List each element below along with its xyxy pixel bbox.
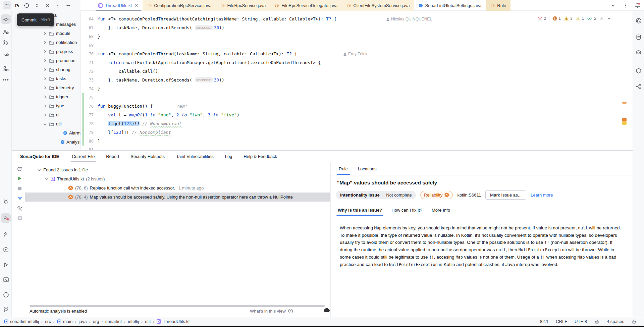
tree-item-progress[interactable]: progress [12, 47, 80, 56]
lock-icon[interactable] [594, 319, 599, 324]
tree-item-ui[interactable]: ui [12, 110, 80, 119]
rule-subtab-more-info[interactable]: More Info [432, 204, 450, 216]
chevron-down-icon[interactable] [43, 122, 47, 126]
breadcrumb-item-org[interactable]: org [93, 319, 99, 324]
editor-tab-filerpcservicedelegate-java[interactable]: FileRpcServiceDelegate.java [270, 0, 342, 11]
code-line[interactable]: 79 l[123]!! // Noncompliant [81, 128, 633, 137]
breadcrumb-item-util[interactable]: util [145, 319, 151, 324]
run-analysis-button[interactable] [16, 175, 23, 182]
breadcrumb-item-src[interactable]: src [45, 319, 51, 324]
code-line[interactable]: 76fun buggyFunction() {new * [81, 102, 633, 111]
editor-tab-filerpcservice-java[interactable]: FileRpcService.java [216, 0, 270, 11]
tree-item-alarm[interactable]: CAlarm [12, 128, 80, 138]
code-line[interactable]: 75 [81, 93, 633, 102]
update-project-icon[interactable] [34, 2, 41, 9]
rule-subtab-how-can-i-fix-it[interactable]: How can I fix it? [391, 204, 422, 216]
commit-tool-button[interactable] [1, 14, 11, 24]
analyze-button[interactable] [16, 165, 23, 172]
tree-item-type[interactable]: type [12, 101, 80, 110]
panel-tab-help-feedback[interactable]: Help & Feedback [244, 151, 277, 162]
code-line[interactable]: 71 return waitForTask(ApplicationManager… [81, 58, 633, 67]
panel-tab-report[interactable]: Report [106, 151, 119, 162]
structure-tool-button[interactable] [1, 64, 11, 73]
sonarqube-tool-button[interactable] [1, 213, 11, 223]
caret-position[interactable]: 82:1 [540, 319, 548, 324]
code-line[interactable]: 74} [81, 85, 633, 93]
chevron-right-icon[interactable] [43, 59, 47, 63]
stripe-mark[interactable] [622, 102, 627, 104]
terminal-tool-button[interactable] [1, 275, 11, 284]
code-editor[interactable]: 64fun <T> computeOnPooledThreadWithoutCa… [80, 11, 633, 150]
code-line[interactable]: 81 [81, 146, 633, 150]
tree-item-notification[interactable]: notification [12, 38, 80, 47]
tree-item-telemetry[interactable]: telemetry [12, 83, 80, 92]
chevron-right-icon[interactable] [43, 77, 47, 81]
whats-in-view[interactable]: What's in this view ? [250, 309, 293, 314]
connection-button[interactable] [16, 195, 23, 202]
editor-tab-clientfilesystemservice-java[interactable]: ClientFileSystemService.java [342, 0, 414, 11]
problems-tool-button[interactable] [1, 290, 11, 299]
file-encoding[interactable]: UTF-8 [575, 319, 587, 324]
mark-issue-as-button[interactable]: Mark Issue as... [485, 190, 526, 200]
stripe-mark[interactable] [622, 121, 627, 125]
more-tool-windows-button[interactable]: ••• [1, 75, 11, 84]
more-icon[interactable] [622, 2, 629, 9]
breadcrumb-item-sonarlint-intellij[interactable]: sonarlint-intellij [4, 319, 39, 324]
assistant-tool-button[interactable] [634, 47, 643, 57]
tree-item-sharing[interactable]: sharing [12, 65, 80, 74]
editor-tab-configurationrpcservice-java[interactable]: ConfigurationRpcService.java [143, 0, 216, 11]
sonarqube-cloud-icon[interactable] [323, 307, 330, 313]
chevron-right-icon[interactable] [43, 113, 47, 117]
pull-requests-tool-button[interactable] [1, 38, 11, 47]
code-line[interactable]: 67 }, taskName, Duration.ofSeconds( seco… [81, 23, 633, 32]
locate-icon[interactable] [23, 2, 30, 9]
tree-item-trigger[interactable]: trigger [12, 92, 80, 101]
breadcrumb-item-intellij[interactable]: intellij [128, 319, 139, 324]
project-tool-window-button[interactable] [3, 1, 11, 9]
chevron-right-icon[interactable] [43, 86, 47, 90]
settings-button[interactable] [16, 205, 23, 212]
code-line[interactable]: 69 [81, 41, 633, 50]
stripe-mark[interactable] [622, 118, 627, 121]
dependencies-tool-button[interactable] [634, 82, 643, 91]
rule-tab-locations[interactable]: Locations [358, 162, 377, 175]
tree-item-util[interactable]: util [12, 119, 80, 128]
code-line[interactable]: 77 val l = mapOf(1 to "one", 2 to "two",… [81, 111, 633, 119]
run-tool-button[interactable] [1, 260, 11, 269]
notifications-bell-icon[interactable] [634, 2, 641, 9]
tree-item-module[interactable]: module [12, 29, 80, 38]
issue-row[interactable]: (78, 6) Replace function call with index… [25, 183, 330, 193]
version-control-tool-button[interactable] [1, 305, 11, 315]
panel-tab-current-file[interactable]: Current File [72, 151, 95, 162]
sonar-help-tool-button[interactable]: ? [1, 50, 11, 59]
close-icon[interactable] [135, 4, 138, 7]
close-icon[interactable] [44, 2, 51, 9]
editor-tab-sonarlintglobalsettings-java[interactable]: CSonarLintGlobalSettings.java [414, 0, 486, 11]
debug-tool-button[interactable] [1, 197, 11, 206]
impact-badge[interactable]: Reliability [420, 191, 453, 199]
chevron-right-icon[interactable] [43, 104, 47, 108]
stop-analysis-button[interactable] [16, 185, 23, 192]
database-tool-button[interactable] [634, 33, 643, 42]
breadcrumb-item-main[interactable]: main [57, 319, 72, 324]
code-vision-hint[interactable]: new * [177, 102, 187, 111]
services-tool-button[interactable] [1, 245, 11, 254]
panel-tab-log[interactable]: Log [225, 151, 232, 162]
previous-issue-icon[interactable] [599, 16, 604, 21]
code-review-tool-button[interactable]: ? [1, 27, 11, 37]
panel-tab-security-hotspots[interactable]: Security Hotspots [130, 151, 165, 162]
chevron-right-icon[interactable] [43, 32, 47, 36]
panel-tab-taint-vulnerabilities[interactable]: Taint Vulnerabilities [176, 151, 214, 162]
editor-tab-threadutils-kt[interactable]: ThreadUtils.kt [94, 0, 143, 11]
chevron-right-icon[interactable] [43, 50, 47, 54]
editor-tab-rule[interactable]: Rule [486, 0, 511, 11]
tree-item-promotion[interactable]: promotion [12, 56, 80, 65]
project-widget[interactable]: Pr [15, 3, 20, 8]
inspections-widget[interactable]: 2 1 3 1 2 [537, 14, 611, 23]
indent-setting[interactable]: 4 spaces [607, 319, 624, 324]
minimize-icon[interactable] [65, 2, 72, 9]
build-tool-button[interactable] [1, 230, 11, 239]
breadcrumb-item-threadutils-kt[interactable]: ThreadUtils.kt [157, 319, 190, 324]
ai-assistant-tool-button[interactable] [634, 16, 643, 25]
help-icon[interactable]: ? [288, 309, 293, 314]
